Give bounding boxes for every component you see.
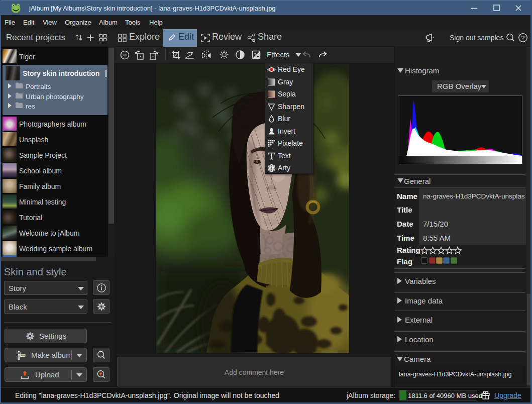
svg-text:?: ?: [521, 35, 525, 42]
